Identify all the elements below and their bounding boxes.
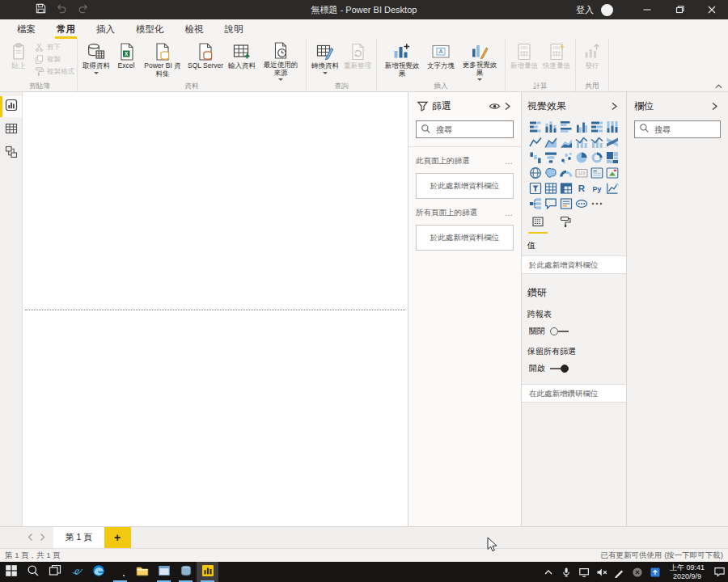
visual-table-icon[interactable] — [544, 181, 558, 195]
visual-key-influencers-icon[interactable] — [605, 181, 620, 195]
visual-line-chart-icon[interactable] — [528, 135, 543, 149]
upload-square-icon[interactable] — [646, 562, 664, 582]
fields-search-box[interactable] — [634, 120, 721, 138]
visual-line-and-clustered-column-chart-icon[interactable] — [590, 135, 604, 149]
visual-stacked-area-chart-icon[interactable] — [559, 135, 574, 149]
maximize-button[interactable] — [663, 0, 696, 19]
previous-page-button[interactable] — [28, 530, 33, 545]
visual-donut-chart-icon[interactable] — [590, 150, 604, 164]
display-icon[interactable] — [575, 562, 593, 582]
visual-clustered-column-chart-icon[interactable] — [574, 120, 589, 133]
ribbon-tab-insert[interactable]: 插入 — [86, 19, 125, 39]
visual-stacked-bar-chart-icon[interactable] — [528, 120, 543, 133]
volume-muted-icon[interactable] — [593, 562, 611, 582]
drill-through-field-well[interactable]: 在此處新增鑽研欄位 — [522, 384, 626, 403]
ribbon-button-new-measure[interactable]: 新增量值 — [508, 40, 540, 80]
visual-filled-map-icon[interactable] — [544, 166, 558, 179]
filter-field-well[interactable]: 於此處新增資料欄位 — [416, 225, 514, 251]
visual-area-chart-icon[interactable] — [544, 135, 558, 149]
taskbar-clock[interactable]: 上午 09:41 2020/9/9 — [664, 563, 710, 580]
filters-search-box[interactable] — [416, 120, 514, 138]
next-page-button[interactable] — [40, 530, 45, 545]
ribbon-button-new-visual[interactable]: 新增視覺效果 — [379, 40, 425, 80]
avatar[interactable] — [601, 4, 613, 16]
visual-gauge-icon[interactable] — [559, 166, 574, 179]
fields-search-input[interactable] — [653, 124, 716, 135]
visual-python-visual-icon[interactable]: Py — [590, 181, 604, 195]
ribbon-button-excel[interactable]: X Excel — [112, 40, 140, 80]
taskbar-internet-explorer-button[interactable]: e — [66, 562, 87, 582]
close-button[interactable] — [696, 0, 728, 19]
visual-100-stacked-column-chart-icon[interactable] — [605, 120, 620, 133]
visual-funnel-chart-icon[interactable] — [544, 150, 558, 164]
ribbon-button-get-data[interactable]: 取得資料 — [80, 40, 112, 80]
taskbar-management-studio-button[interactable] — [175, 562, 197, 582]
ribbon-tab-modeling[interactable]: 模型化 — [125, 19, 175, 39]
ribbon-button-paste[interactable]: 貼上 — [5, 40, 32, 80]
eye-icon[interactable] — [488, 100, 501, 113]
ribbon-button-sql-server[interactable]: SQL Server — [185, 40, 226, 80]
new-page-button[interactable]: + — [104, 527, 131, 548]
taskbar-power-bi-button[interactable] — [197, 562, 218, 582]
ribbon-tab-home[interactable]: 常用 — [46, 19, 86, 39]
taskbar-task-view-button[interactable] — [44, 562, 66, 582]
filters-search-input[interactable] — [434, 124, 509, 135]
filter-field-well[interactable]: 於此處新增資料欄位 — [416, 173, 514, 199]
taskbar-chrome-button[interactable] — [109, 562, 131, 582]
visual-kpi-icon[interactable] — [605, 166, 620, 179]
save-button[interactable] — [34, 3, 48, 17]
fields-tab[interactable] — [530, 215, 546, 234]
collapse-filters-chevron-icon[interactable] — [501, 100, 514, 113]
minimize-button[interactable] — [631, 0, 663, 19]
cross-report-toggle[interactable] — [550, 327, 569, 335]
sign-in-button[interactable]: 登入 — [576, 4, 594, 16]
taskbar-start-button[interactable] — [0, 562, 22, 582]
page-tab[interactable]: 第 1 頁 — [53, 527, 104, 548]
report-view-button[interactable] — [0, 96, 22, 117]
pen-icon[interactable] — [611, 562, 629, 582]
visual-100-stacked-bar-chart-icon[interactable] — [590, 120, 604, 133]
ribbon-button-text-box[interactable]: A 文字方塊 — [425, 40, 457, 80]
taskbar-edge-button[interactable] — [87, 562, 109, 582]
ribbon-tab-view[interactable]: 檢視 — [175, 19, 214, 39]
ribbon-button-recent-sources[interactable]: 最近使用的來源 — [258, 40, 303, 80]
visual-clustered-bar-chart-icon[interactable] — [559, 120, 574, 133]
update-notice[interactable]: 已有更新可供使用 (按一下即可下載) — [601, 550, 723, 561]
ribbon-button-copy[interactable]: 複製 — [34, 54, 74, 65]
visual-slicer-icon[interactable] — [528, 181, 543, 195]
visual-treemap-icon[interactable] — [605, 150, 620, 164]
collapse-visualizations-chevron-icon[interactable] — [607, 100, 620, 113]
cross-circle-icon[interactable] — [629, 562, 646, 582]
action-center-button[interactable] — [710, 562, 728, 582]
visual-multi-row-card-icon[interactable] — [590, 166, 604, 179]
collapse-ribbon-button[interactable] — [713, 81, 724, 91]
undo-button[interactable] — [55, 3, 69, 17]
microphone-icon[interactable] — [557, 562, 575, 582]
visual-pie-chart-icon[interactable] — [574, 150, 589, 164]
ribbon-button-transform-data[interactable]: 轉換資料 — [309, 40, 341, 80]
visual-line-and-stacked-column-chart-icon[interactable] — [574, 135, 589, 149]
ribbon-button-enter-data[interactable]: 輸入資料 — [226, 40, 258, 80]
visual-matrix-icon[interactable] — [559, 181, 574, 195]
visual-scatter-chart-icon[interactable] — [559, 150, 574, 164]
ribbon-button-power-bi-datasets[interactable]: Power BI 資料集 — [140, 40, 185, 80]
redo-button[interactable] — [76, 3, 90, 17]
more-options-icon[interactable]: … — [505, 209, 514, 217]
visual-stacked-column-chart-icon[interactable] — [544, 120, 558, 133]
data-view-button[interactable] — [0, 120, 22, 141]
visual-r-script-visual-icon[interactable]: R — [574, 181, 589, 195]
visual-paginated-report-icon[interactable] — [574, 196, 589, 210]
ribbon-button-cut[interactable]: 剪下 — [34, 42, 74, 53]
visual-decomposition-tree-icon[interactable] — [528, 196, 543, 210]
ribbon-tab-file[interactable]: 檔案 — [6, 19, 46, 39]
visual-smart-narrative-icon[interactable] — [559, 196, 574, 210]
more-options-icon[interactable]: … — [505, 157, 514, 166]
ribbon-button-format-painter[interactable]: 複製格式 — [34, 66, 74, 78]
visual-map-icon[interactable] — [528, 166, 543, 179]
ribbon-button-refresh[interactable]: 重新整理 — [341, 40, 374, 80]
visual-more-visuals-icon[interactable] — [590, 196, 604, 210]
report-canvas[interactable] — [23, 92, 408, 526]
keep-all-filters-toggle[interactable] — [550, 365, 569, 373]
visual-q-and-a-icon[interactable] — [544, 196, 558, 210]
ribbon-button-publish[interactable]: 發行 — [578, 40, 606, 80]
